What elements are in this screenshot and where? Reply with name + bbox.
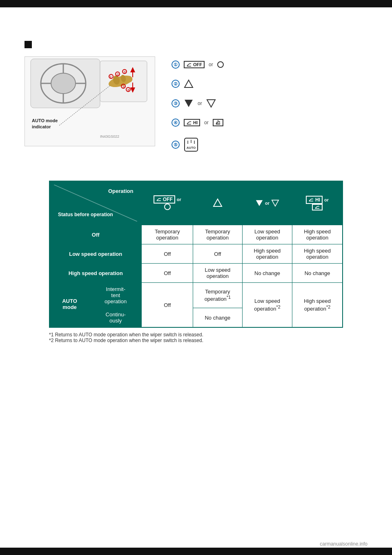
row-off: Off Temporaryoperation Temporaryoperatio…: [49, 225, 343, 244]
cell-auto-int-hi-text: High speedoperation*2: [304, 298, 331, 311]
triangle-down-filled-icon: [184, 99, 194, 108]
wiper-icon-hi: [186, 120, 192, 125]
diagonal-header-cell: Operation Status before operation: [49, 181, 142, 225]
svg-text:①: ①: [109, 75, 112, 79]
row-lowspeed: Low speed operation Off Off High speedop…: [49, 244, 343, 264]
legend-num-4: ④: [172, 119, 180, 127]
circle-col-symbol: [146, 204, 189, 211]
diagram-inner: ① ② ③ ④ ⑤ AUTO mode indicator IN43GS022: [25, 57, 155, 139]
or-label-4: or: [204, 120, 209, 125]
page-container: ① ② ③ ④ ⑤ AUTO mode indicator IN43GS022: [0, 0, 392, 555]
cell-lowspeed-toff: Off: [142, 244, 193, 264]
hi-col-badge: HI: [306, 196, 323, 204]
svg-marker-45: [256, 200, 263, 206]
lowspeed-status-label: Low speed operation: [69, 251, 122, 257]
legend-item-3: ③ or: [172, 99, 368, 108]
col-header-up: [193, 181, 243, 225]
cell-highspeed-down-text: No change: [254, 270, 280, 276]
diagonal-cell-content: Operation Status before operation: [54, 185, 137, 222]
table-section: Operation Status before operation: [24, 181, 368, 343]
table-header-row: Operation Status before operation: [49, 181, 343, 225]
legend-num-5: ⑤: [172, 141, 180, 149]
legend-symbols-1: OFF or: [184, 61, 224, 68]
row-lowspeed-header: Low speed operation: [49, 244, 142, 264]
svg-text:AUTO mode: AUTO mode: [32, 118, 58, 123]
auto-mode-main-label: AUTOmode: [54, 298, 85, 310]
row-highspeed: High speed operation Off Low speedoperat…: [49, 264, 343, 283]
legend-num-3: ③: [172, 99, 180, 107]
svg-text:③: ③: [122, 85, 125, 89]
cell-lowspeed-down-text: High speedoperation: [254, 248, 281, 260]
section-heading: [24, 41, 368, 48]
section-marker: [24, 41, 32, 48]
cell-highspeed-hi-text: No change: [305, 270, 330, 276]
col-toff-icon-row: OFF or: [146, 195, 189, 204]
cell-off-up-text: Temporaryoperation: [205, 228, 230, 241]
off-col-text: OFF: [163, 197, 173, 202]
legend-area: ① OFF or ②: [172, 56, 368, 156]
svg-text:④: ④: [127, 88, 130, 92]
cell-off-toff-text: Temporaryoperation: [155, 228, 180, 241]
off-status-label: Off: [92, 232, 100, 238]
wiper-outline-icon: [215, 120, 221, 125]
row-auto-intermittent: AUTOmode Intermit-tentoperation Off Temp…: [49, 283, 343, 308]
toff-off-badge: OFF: [184, 61, 205, 68]
top-bar: [0, 0, 392, 7]
hi-badge: HI: [184, 119, 200, 126]
hi-col-text: HI: [315, 197, 320, 203]
auto-mode-cell: AUTOmode: [49, 283, 89, 328]
triangle-up-icon: [184, 79, 194, 88]
cell-highspeed-down: No change: [242, 264, 292, 283]
intermittent-label-text: Intermit-tentoperation: [105, 286, 127, 304]
cell-off-toff: Temporaryoperation: [142, 225, 193, 244]
off-text: OFF: [193, 62, 202, 67]
legend-item-5: ⑤ AUTO: [172, 137, 368, 152]
wiper-col-hi-icon: [308, 198, 314, 202]
bottom-bar: [0, 548, 392, 555]
col-header-down: or: [242, 181, 292, 225]
cell-lowspeed-down: High speedoperation: [242, 244, 292, 264]
col-header-hi: HI or: [292, 181, 343, 225]
legend-item-1: ① OFF or: [172, 60, 368, 69]
triangle-up-col-icon: [213, 198, 223, 207]
row-status-label: Status before operation: [58, 211, 113, 218]
cell-highspeed-up-text: Low speedoperation: [205, 267, 230, 279]
legend-symbols-4: HI or: [184, 119, 223, 126]
footnote-1: *1 Returns to AUTO mode operation when t…: [49, 332, 343, 338]
cell-auto-int-toff: Off: [142, 283, 193, 328]
cell-highspeed-toff-text: Off: [164, 270, 171, 276]
triangle-down-outline-col-icon: [271, 199, 279, 207]
cell-off-hi-text: High speedoperation: [304, 228, 331, 241]
wiper-col-off-icon: [156, 197, 162, 201]
cell-lowspeed-up-text: Off: [214, 251, 221, 257]
cell-auto-int-up: Temporaryoperation*1: [193, 283, 243, 308]
svg-marker-44: [214, 199, 222, 206]
legend-num-2: ②: [172, 80, 180, 88]
circle-col-icon: [164, 204, 171, 210]
cell-auto-int-down: Low speedoperation*2: [242, 283, 292, 328]
row-off-header: Off: [49, 225, 142, 244]
watermark-text: carmanualsonline.info: [320, 541, 368, 547]
cell-highspeed-up: Low speedoperation: [193, 264, 243, 283]
intermittent-sub-label: Intermit-tentoperation: [89, 283, 141, 308]
toff-col-badge: OFF: [154, 195, 175, 204]
row-highspeed-header: High speed operation: [49, 264, 142, 283]
svg-text:indicator: indicator: [32, 124, 51, 129]
cell-lowspeed-up: Off: [193, 244, 243, 264]
wiper-outline-badge: [213, 119, 223, 126]
or-label-1: or: [209, 62, 213, 67]
svg-marker-33: [207, 100, 215, 107]
circle-symbol-1: [217, 61, 224, 68]
cell-off-up: Temporaryoperation: [193, 225, 243, 244]
continuous-label-text: Continu-ously: [106, 311, 126, 324]
cell-auto-int-hi: High speedoperation*2: [292, 283, 343, 328]
cell-auto-int-toff-text: Off: [164, 302, 171, 308]
or-col-2: or: [265, 201, 270, 206]
col-hi-icon-row: HI or: [296, 196, 338, 204]
or-label-3: or: [198, 101, 202, 106]
wiper-outline-col-badge: [312, 204, 323, 210]
legend-symbols-3: or: [184, 99, 216, 108]
diagram-box: ① ② ③ ④ ⑤ AUTO mode indicator IN43GS022: [24, 56, 155, 146]
svg-text:IN43GS022: IN43GS022: [100, 134, 119, 139]
legend-item-4: ④ HI or: [172, 119, 368, 127]
